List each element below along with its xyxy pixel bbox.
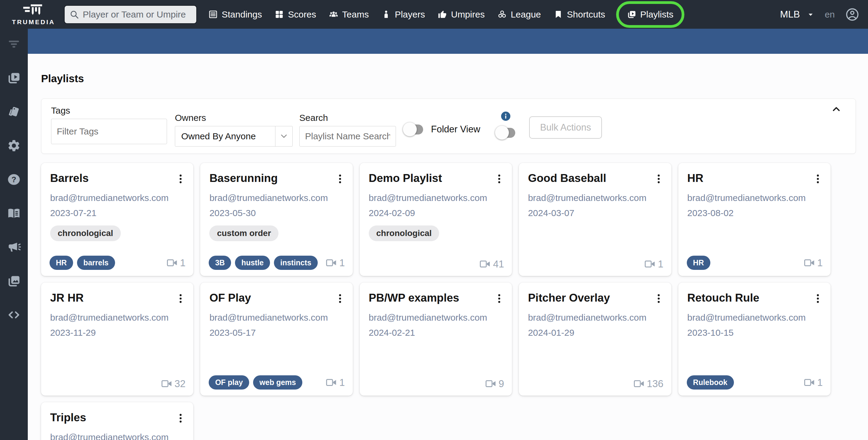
trumedia-logo-icon — [20, 3, 48, 18]
nav-item-label: Players — [395, 9, 425, 20]
kebab-menu-icon[interactable] — [812, 173, 823, 185]
league-icon — [497, 10, 507, 19]
bulk-actions-toggle[interactable] — [496, 126, 515, 140]
toggle-knob — [403, 122, 417, 136]
kebab-menu-icon[interactable] — [812, 293, 823, 304]
video-camera-icon — [804, 258, 815, 267]
sidebar-item-glossary[interactable] — [7, 206, 21, 220]
folder-view-label: Folder View — [431, 124, 480, 135]
kebab-menu-icon[interactable] — [494, 293, 505, 304]
card-footer: Rulebook1 — [687, 375, 823, 389]
sidebar-item-help[interactable]: ? — [7, 173, 21, 186]
tag-pill[interactable]: Rulebook — [687, 375, 734, 389]
playlist-card[interactable]: Barrelsbrad@trumedianetworks.com2023-07-… — [41, 163, 193, 276]
kebab-menu-icon[interactable] — [175, 412, 186, 424]
order-badge: chronological — [369, 226, 439, 241]
language-switcher[interactable]: en — [825, 9, 835, 20]
league-selector[interactable]: MLB — [780, 9, 814, 20]
nav-item-scores[interactable]: Scores — [275, 9, 316, 20]
sidebar-item-playlists[interactable] — [7, 71, 21, 85]
clip-count: 1 — [804, 257, 823, 269]
info-icon[interactable] — [500, 111, 511, 121]
playlist-owner: brad@trumedianetworks.com — [687, 193, 822, 203]
clip-count: 9 — [485, 378, 504, 389]
kebab-menu-icon[interactable] — [175, 173, 186, 185]
caret-down-icon — [807, 10, 814, 19]
nav-item-umpires[interactable]: Umpires — [438, 9, 485, 20]
playlist-owner: brad@trumedianetworks.com — [50, 193, 184, 203]
global-search[interactable] — [64, 5, 197, 24]
playlist-card[interactable]: Triplesbrad@trumedianetworks.com — [41, 402, 193, 440]
standings-icon — [208, 10, 218, 19]
kebab-menu-icon[interactable] — [335, 293, 345, 304]
main-nav: StandingsScoresTeamsPlayersUmpiresLeague… — [208, 0, 683, 29]
tag-list: HRbarrels — [50, 256, 115, 270]
nav-item-teams[interactable]: Teams — [329, 9, 369, 20]
tags-filter-input[interactable] — [51, 119, 167, 144]
playlists-icon — [627, 10, 637, 19]
playlist-card[interactable]: Baserunningbrad@trumedianetworks.com2023… — [200, 163, 352, 276]
card-footer: 3Bhustleinstincts1 — [209, 256, 345, 270]
folder-view-toggle[interactable] — [404, 122, 423, 136]
card-footer: 41 — [368, 258, 504, 270]
playlist-card[interactable]: Demo Playlistbrad@trumedianetworks.com20… — [360, 163, 512, 276]
kebab-menu-icon[interactable] — [175, 293, 186, 304]
tag-pill[interactable]: instincts — [274, 256, 318, 270]
bulk-actions-button[interactable]: Bulk Actions — [529, 116, 602, 139]
nav-item-league[interactable]: League — [497, 9, 541, 20]
trumedia-logo[interactable]: TRUMEDIA — [8, 3, 59, 26]
playlist-name-search-input[interactable] — [299, 126, 396, 147]
clip-count: 1 — [804, 377, 823, 388]
main-content: Playlists Tags Owners Owned By Anyone Se… — [28, 29, 868, 440]
playlist-title: Retouch Rule — [687, 292, 822, 304]
clip-count: 136 — [633, 378, 663, 389]
user-profile-icon[interactable] — [845, 7, 860, 22]
playlist-card[interactable]: PB/WP examplesbrad@trumedianetworks.com2… — [360, 283, 512, 395]
tag-pill[interactable]: OF play — [209, 375, 249, 389]
playlist-card[interactable]: Pitcher Overlaybrad@trumedianetworks.com… — [519, 283, 671, 395]
tag-pill[interactable]: web gems — [253, 375, 302, 389]
tag-pill[interactable]: hustle — [235, 256, 270, 270]
kebab-menu-icon[interactable] — [494, 173, 505, 185]
sidebar-item-embed-code[interactable] — [7, 308, 21, 322]
teams-icon — [329, 10, 338, 19]
sidebar-item-announcements[interactable] — [7, 240, 21, 254]
tag-pill[interactable]: HR — [50, 256, 73, 270]
nav-item-players[interactable]: Players — [381, 9, 425, 20]
search-icon — [69, 10, 79, 19]
card-footer: 136 — [527, 378, 663, 389]
nav-item-label: League — [511, 9, 541, 20]
playlist-card[interactable]: JR HRbrad@trumedianetworks.com2023-11-29… — [41, 283, 193, 395]
sidebar-item-tags[interactable] — [7, 105, 21, 119]
sidebar-item-filter[interactable] — [7, 37, 21, 51]
sidebar-item-images[interactable] — [7, 274, 21, 288]
playlist-owner: brad@trumedianetworks.com — [528, 193, 662, 203]
playlist-card[interactable]: HRbrad@trumedianetworks.com2023-08-02HR1 — [678, 163, 831, 276]
playlist-title: Baserunning — [209, 172, 343, 185]
nav-item-shortcuts[interactable]: Shortcuts — [554, 9, 605, 20]
collapse-panel-chevron-up-icon[interactable] — [832, 104, 841, 114]
tag-pill[interactable]: HR — [687, 256, 710, 270]
owners-select-value: Owned By Anyone — [175, 131, 275, 141]
playlist-card[interactable]: Good Baseballbrad@trumedianetworks.com20… — [519, 163, 671, 276]
bulk-actions-control — [496, 111, 515, 153]
owners-select[interactable]: Owned By Anyone — [175, 126, 293, 147]
sidebar-item-settings[interactable] — [7, 139, 21, 153]
playlist-card[interactable]: Retouch Rulebrad@trumedianetworks.com202… — [678, 283, 831, 395]
scores-icon — [275, 10, 284, 19]
kebab-menu-icon[interactable] — [653, 293, 664, 304]
tag-pill[interactable]: barrels — [77, 256, 115, 270]
clip-count: 1 — [166, 257, 185, 269]
nav-item-standings[interactable]: Standings — [208, 9, 262, 20]
playlist-title: JR HR — [50, 292, 184, 304]
tag-pill[interactable]: 3B — [209, 256, 231, 270]
playlist-date: 2023-05-30 — [209, 208, 343, 218]
nav-item-playlists[interactable]: Playlists — [616, 1, 684, 28]
clip-count-value: 1 — [817, 257, 823, 269]
kebab-menu-icon[interactable] — [335, 173, 345, 185]
playlist-card[interactable]: OF Playbrad@trumedianetworks.com2023-05-… — [200, 283, 352, 395]
video-camera-icon — [485, 379, 497, 388]
players-icon — [381, 10, 391, 19]
global-search-input[interactable] — [83, 9, 191, 20]
kebab-menu-icon[interactable] — [653, 173, 664, 185]
